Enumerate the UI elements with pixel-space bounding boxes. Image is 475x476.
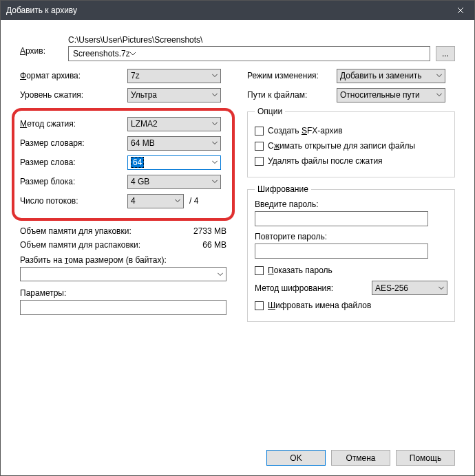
chevron-down-icon	[212, 74, 218, 78]
chevron-down-icon	[212, 122, 218, 126]
mode-label: Режим изменения:	[247, 71, 337, 80]
method-label: Метод сжатия:	[20, 119, 127, 129]
method-combo[interactable]: LZMA2	[127, 117, 221, 131]
paths-combo[interactable]: Относительные пути	[337, 88, 445, 102]
block-combo[interactable]: 4 GB	[127, 175, 221, 189]
mem-unpack-value: 66 MB	[202, 240, 226, 250]
split-combo[interactable]	[20, 267, 226, 281]
sfx-checkbox[interactable]	[255, 127, 264, 136]
dict-label: Размер словаря:	[20, 138, 127, 148]
chevron-down-icon	[218, 272, 223, 276]
chevron-down-icon	[130, 52, 136, 56]
shared-checkbox[interactable]	[255, 142, 264, 151]
options-legend: Опции	[255, 107, 285, 116]
word-combo[interactable]: 64	[127, 155, 221, 170]
mem-unpack-label: Объем памяти для распаковки:	[20, 240, 140, 250]
encrypt-names-checkbox[interactable]	[255, 301, 264, 310]
highlight-box: Метод сжатия: LZMA2 Размер словаря: 64 M…	[12, 108, 235, 221]
chevron-down-icon	[436, 94, 442, 97]
dialog-window: Добавить к архиву Архив: C:\Users\User\P…	[0, 0, 475, 476]
chevron-down-icon	[212, 161, 218, 164]
enc-method-label: Метод шифрования:	[255, 283, 365, 293]
sfx-label: Создать SFX-архив	[268, 126, 343, 136]
level-combo[interactable]: Ультра	[127, 88, 221, 102]
archive-filename-combo[interactable]: Screenshots.7z	[68, 46, 430, 61]
chevron-down-icon	[175, 199, 180, 203]
enc-method-combo[interactable]: AES-256	[372, 281, 447, 295]
titlebar: Добавить к архиву	[1, 1, 474, 20]
format-label: Формат архива:	[20, 71, 127, 80]
cancel-button[interactable]: Отмена	[331, 450, 390, 466]
chevron-down-icon	[439, 286, 444, 290]
delete-label: Удалять файлы после сжатия	[268, 156, 383, 166]
block-label: Размер блока:	[20, 177, 127, 186]
threads-combo[interactable]: 4	[127, 194, 184, 208]
paths-label: Пути к файлам:	[247, 90, 337, 100]
ok-button[interactable]: OK	[266, 450, 326, 466]
chevron-down-icon	[436, 74, 442, 78]
archive-label: Архив:	[20, 35, 63, 56]
left-column: Формат архива: 7z Уровень сжатия: Ультра	[20, 68, 226, 329]
chevron-down-icon	[212, 94, 218, 97]
word-label: Размер слова:	[20, 158, 127, 167]
archive-path: C:\Users\User\Pictures\Screenshots\	[68, 35, 430, 45]
options-fieldset: Опции Создать SFX-архив Сжимать открытые…	[247, 107, 455, 177]
archive-filename: Screenshots.7z	[73, 49, 130, 58]
show-password-label: Показать пароль	[268, 266, 332, 275]
encryption-fieldset: Шифрование Введите пароль: Повторите пар…	[247, 184, 455, 322]
level-label: Уровень сжатия:	[20, 90, 127, 100]
delete-checkbox[interactable]	[255, 157, 264, 166]
chevron-down-icon	[212, 180, 218, 184]
threads-max: / 4	[189, 196, 198, 206]
right-column: Режим изменения: Добавить и заменить Пут…	[247, 68, 455, 329]
threads-label: Число потоков:	[20, 196, 127, 206]
mode-combo[interactable]: Добавить и заменить	[337, 69, 445, 83]
shared-label: Сжимать открытые для записи файлы	[268, 141, 415, 151]
pw-label: Введите пароль:	[255, 199, 447, 209]
password-input[interactable]	[255, 211, 428, 226]
dict-combo[interactable]: 64 MB	[127, 136, 221, 151]
split-label: Разбить на тома размером (в байтах):	[20, 255, 226, 265]
params-label: Параметры:	[20, 288, 226, 298]
mem-pack-value: 2733 MB	[193, 226, 226, 236]
params-input[interactable]	[20, 300, 226, 315]
close-icon	[457, 7, 464, 14]
encrypt-names-label: Шифровать имена файлов	[268, 301, 371, 310]
show-password-checkbox[interactable]	[255, 266, 264, 275]
pw2-label: Повторите пароль:	[255, 232, 447, 241]
chevron-down-icon	[212, 142, 218, 145]
browse-button[interactable]: ...	[436, 46, 455, 61]
dialog-content: Архив: C:\Users\User\Pictures\Screenshot…	[1, 20, 474, 475]
dialog-title: Добавить к архиву	[6, 6, 447, 15]
mem-pack-label: Объем памяти для упаковки:	[20, 226, 131, 236]
help-button[interactable]: Помощь	[396, 450, 455, 466]
button-bar: OK Отмена Помощь	[266, 450, 455, 466]
close-button[interactable]	[447, 1, 474, 20]
format-combo[interactable]: 7z	[127, 69, 221, 83]
encryption-legend: Шифрование	[255, 184, 311, 194]
password-confirm-input[interactable]	[255, 244, 428, 259]
